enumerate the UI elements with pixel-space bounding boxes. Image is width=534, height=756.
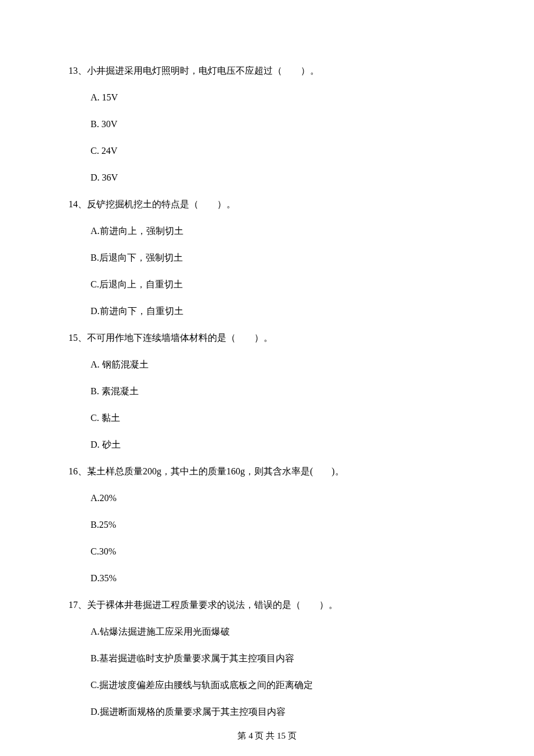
question-number: 17、 [68, 600, 87, 610]
question-stem: 16、某土样总质量200g，其中土的质量160g，则其含水率是( )。 [68, 465, 466, 478]
question-text: 某土样总质量200g，其中土的质量160g，则其含水率是( )。 [87, 466, 344, 476]
option-d: D.35% [91, 571, 466, 585]
option-d: D. 砂土 [91, 438, 466, 452]
options: A. 15V B. 30V C. 24V D. 36V [68, 91, 466, 185]
question-text: 小井掘进采用电灯照明时，电灯电压不应超过（ ）。 [87, 66, 319, 75]
question-stem: 17、关于裸体井巷掘进工程质量要求的说法，错误的是（ ）。 [68, 598, 466, 612]
question-number: 16、 [68, 466, 87, 476]
option-c: C.掘进坡度偏差应由腰线与轨面或底板之间的距离确定 [91, 678, 466, 692]
option-c: C.后退向上，自重切土 [91, 278, 466, 291]
page-footer: 第 4 页 共 15 页 [0, 729, 534, 743]
question-16: 16、某土样总质量200g，其中土的质量160g，则其含水率是( )。 A.20… [68, 465, 466, 585]
option-a: A.钻爆法掘进施工应采用光面爆破 [91, 625, 466, 639]
option-c: C. 黏土 [91, 411, 466, 425]
option-b: B. 30V [91, 117, 466, 131]
question-number: 15、 [68, 333, 87, 343]
option-d: D.掘进断面规格的质量要求属于其主控项目内容 [91, 705, 466, 719]
question-text: 关于裸体井巷掘进工程质量要求的说法，错误的是（ ）。 [87, 600, 338, 610]
option-b: B.后退向下，强制切土 [91, 251, 466, 265]
options: A.前进向上，强制切土 B.后退向下，强制切土 C.后退向上，自重切土 D.前进… [68, 224, 466, 318]
option-a: A. 15V [91, 91, 466, 105]
question-number: 13、 [68, 66, 87, 75]
option-b: B. 素混凝土 [91, 384, 466, 398]
options: A. 钢筋混凝土 B. 素混凝土 C. 黏土 D. 砂土 [68, 358, 466, 452]
question-17: 17、关于裸体井巷掘进工程质量要求的说法，错误的是（ ）。 A.钻爆法掘进施工应… [68, 598, 466, 719]
option-a: A.前进向上，强制切土 [91, 224, 466, 238]
options: A.20% B.25% C.30% D.35% [68, 491, 466, 585]
question-text: 不可用作地下连续墙墙体材料的是（ ）。 [87, 333, 273, 343]
option-d: D.前进向下，自重切土 [91, 304, 466, 318]
question-15: 15、不可用作地下连续墙墙体材料的是（ ）。 A. 钢筋混凝土 B. 素混凝土 … [68, 331, 466, 452]
question-text: 反铲挖掘机挖土的特点是（ ）。 [87, 199, 236, 209]
question-stem: 14、反铲挖掘机挖土的特点是（ ）。 [68, 197, 466, 211]
option-a: A. 钢筋混凝土 [91, 358, 466, 372]
option-c: C.30% [91, 545, 466, 559]
option-c: C. 24V [91, 144, 466, 158]
options: A.钻爆法掘进施工应采用光面爆破 B.基岩掘进临时支护质量要求属于其主控项目内容… [68, 625, 466, 719]
question-13: 13、小井掘进采用电灯照明时，电灯电压不应超过（ ）。 A. 15V B. 30… [68, 64, 466, 185]
option-d: D. 36V [91, 171, 466, 185]
option-b: B.基岩掘进临时支护质量要求属于其主控项目内容 [91, 651, 466, 665]
option-a: A.20% [91, 491, 466, 505]
question-stem: 15、不可用作地下连续墙墙体材料的是（ ）。 [68, 331, 466, 345]
option-b: B.25% [91, 518, 466, 532]
question-number: 14、 [68, 199, 87, 209]
page: 13、小井掘进采用电灯照明时，电灯电压不应超过（ ）。 A. 15V B. 30… [0, 0, 534, 756]
question-14: 14、反铲挖掘机挖土的特点是（ ）。 A.前进向上，强制切土 B.后退向下，强制… [68, 197, 466, 318]
question-stem: 13、小井掘进采用电灯照明时，电灯电压不应超过（ ）。 [68, 64, 466, 78]
